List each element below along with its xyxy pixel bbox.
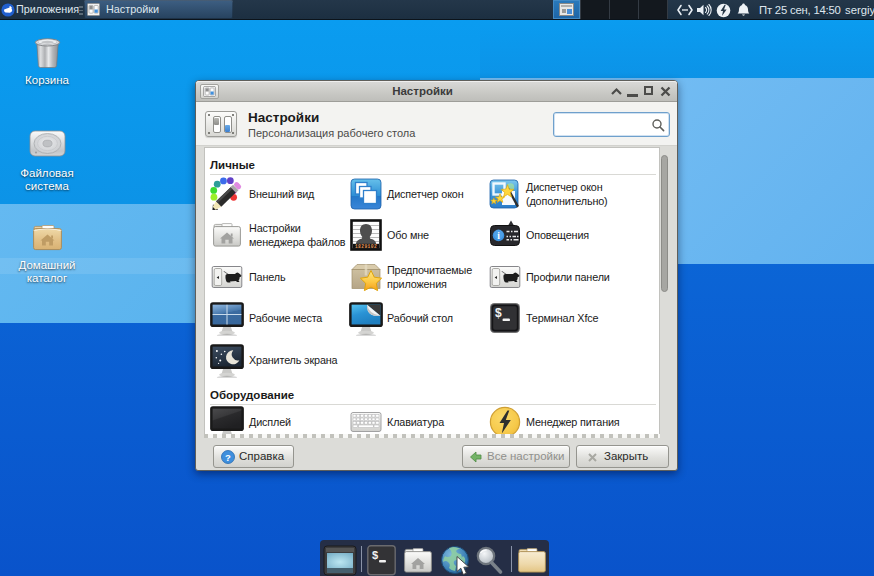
svg-text:1829102: 1829102 xyxy=(355,244,377,249)
svg-text:?: ? xyxy=(225,452,231,463)
svg-text:$: $ xyxy=(372,549,378,561)
svg-text:$: $ xyxy=(495,306,502,320)
svg-text:i: i xyxy=(497,231,500,241)
